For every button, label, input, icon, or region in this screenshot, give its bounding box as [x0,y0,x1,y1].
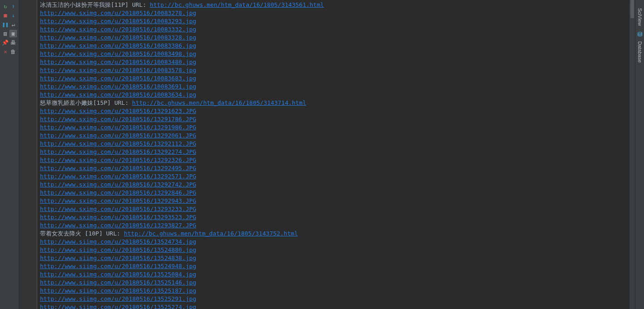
tab-sciview[interactable]: SciView [637,8,643,26]
database-icon [637,31,643,38]
console-line: http://www.sximg.com/u/20180516/10083328… [40,34,627,42]
right-tool-panel: SciView Database [635,0,644,309]
entry-url-link[interactable]: http://bc.ghuws.men/htm_data/16/1805/314… [132,99,306,106]
console-line: http://www.sximg.com/u/20180516/13293233… [40,205,627,213]
console-gutter [19,0,37,309]
image-url-link[interactable]: http://www.sximg.com/u/20180516/10083386… [40,42,196,49]
image-url-link[interactable]: http://www.sximg.com/u/20180516/10083293… [40,18,196,25]
console-line: http://www.sximg.com/u/20180516/13291623… [40,107,627,115]
console-line: http://www.sximg.com/u/20180516/13291986… [40,123,627,132]
stop-icon[interactable]: ■ [2,12,9,19]
image-url-link[interactable]: http://www.sximg.com/u/20180516/13292061… [40,132,196,139]
image-url-link[interactable]: http://www.sximg.com/u/20180516/13292274… [40,148,196,155]
console-line: 带着女友去降火 [10P] URL: http://bc.ghuws.men/h… [40,230,627,238]
console-line: http://www.siimg.com/u/20180516/13524948… [40,262,627,270]
console-line: http://www.sximg.com/u/20180516/13292274… [40,148,627,156]
entry-title: 带着女友去降火 [10P] URL: [40,230,124,237]
console-line: http://www.sximg.com/u/20180516/13292571… [40,172,627,181]
print-icon[interactable]: 🖶 [10,39,17,46]
image-url-link[interactable]: http://www.siimg.com/u/20180516/13524838… [40,255,196,261]
image-url-link[interactable]: http://www.sximg.com/u/20180516/13293523… [40,214,196,221]
pin-icon[interactable]: 📌 [2,39,9,46]
image-url-link[interactable]: http://www.sximg.com/u/20180516/10083634… [40,91,196,98]
tab-database[interactable]: Database [637,41,643,63]
scrollbar-thumb[interactable] [630,0,634,18]
up-arrow-icon[interactable]: ↑ [10,3,17,10]
image-url-link[interactable]: http://www.sximg.com/u/20180516/13292571… [40,173,196,180]
console-line: http://www.siimg.com/u/20180516/13524880… [40,246,627,254]
console-line: http://www.sximg.com/u/20180516/13293523… [40,213,627,221]
image-url-link[interactable]: http://www.sximg.com/u/20180516/13292326… [40,157,196,163]
image-url-link[interactable]: http://www.sximg.com/u/20180516/10083328… [40,34,196,41]
image-url-link[interactable]: http://www.sximg.com/u/20180516/13292742… [40,181,196,188]
console-line: http://www.sximg.com/u/20180516/13292943… [40,197,627,205]
console-line: http://www.sximg.com/u/20180516/13292742… [40,181,627,189]
down-arrow-icon[interactable]: ↓ [10,12,17,19]
console-line: http://www.siimg.com/u/20180516/13525274… [40,303,627,309]
rerun-icon[interactable]: ↻ [2,3,9,10]
console-line: http://www.sximg.com/u/20180516/10083480… [40,58,627,66]
console-line: http://www.sximg.com/u/20180516/13291786… [40,115,627,123]
close-icon[interactable]: ✕ [2,48,9,55]
image-url-link[interactable]: http://www.siimg.com/u/20180516/13525084… [40,271,196,278]
console-line: http://www.sximg.com/u/20180516/10083278… [40,9,627,17]
image-url-link[interactable]: http://www.sximg.com/u/20180516/13292846… [40,189,196,196]
image-url-link[interactable]: http://www.siimg.com/u/20180516/13525291… [40,295,196,302]
image-url-link[interactable]: http://www.siimg.com/u/20180516/13525274… [40,304,196,309]
console-line: http://www.sximg.com/u/20180516/10083683… [40,74,627,83]
entry-title: 怒草微乳娇羞小嫩妹[15P] URL: [40,99,132,106]
pause-icon[interactable]: ❚❚ [2,21,9,28]
console-line: http://www.sximg.com/u/20180516/10083332… [40,25,627,34]
run-toolbar: ↻ ↑ ■ ↓ ❚❚ ↵ ▤ ▣ 📌 🖶 ✕ 🗑 [0,0,19,309]
image-url-link[interactable]: http://www.sximg.com/u/20180516/10083683… [40,75,196,82]
image-url-link[interactable]: http://www.sximg.com/u/20180516/13292112… [40,140,196,147]
console-line: http://www.sximg.com/u/20180516/13292495… [40,164,627,172]
console-line: http://www.siimg.com/u/20180516/13525146… [40,279,627,287]
image-url-link[interactable]: http://www.sximg.com/u/20180516/13291786… [40,116,196,123]
image-url-link[interactable]: http://www.sximg.com/u/20180516/13291986… [40,124,196,131]
image-url-link[interactable]: http://www.siimg.com/u/20180516/13525146… [40,279,196,286]
console-line: http://www.sximg.com/u/20180516/13292846… [40,189,627,197]
console-line: http://www.siimg.com/u/20180516/13524838… [40,254,627,262]
soft-wrap-icon[interactable]: ↵ [10,21,17,28]
console-line: http://www.siimg.com/u/20180516/13525291… [40,295,627,303]
console-line: http://www.sximg.com/u/20180516/10083634… [40,91,627,99]
console-line: http://www.sximg.com/u/20180516/13292326… [40,156,627,164]
image-url-link[interactable]: http://www.sximg.com/u/20180516/13292943… [40,197,196,204]
console-line: http://www.siimg.com/u/20180516/13525084… [40,270,627,279]
scroll-to-end-icon[interactable]: ▣ [10,30,17,37]
image-url-link[interactable]: http://www.sximg.com/u/20180516/10083480… [40,59,196,65]
image-url-link[interactable]: http://www.siimg.com/u/20180516/13524948… [40,263,196,270]
console-line: 怒草微乳娇羞小嫩妹[15P] URL: http://bc.ghuws.men/… [40,99,627,107]
console-line: http://www.siimg.com/u/20180516/13525187… [40,287,627,295]
image-url-link[interactable]: http://www.sximg.com/u/20180516/13293827… [40,222,196,229]
image-url-link[interactable]: http://www.siimg.com/u/20180516/13524880… [40,246,196,253]
console-line: 冰清玉洁的小妹扮开等我操[11P] URL: http://bc.ghuws.m… [40,1,627,9]
image-url-link[interactable]: http://www.sximg.com/u/20180516/13293233… [40,206,196,212]
console-line: http://www.sximg.com/u/20180516/13293827… [40,221,627,230]
console-line: http://www.sximg.com/u/20180516/10083386… [40,42,627,50]
image-url-link[interactable]: http://www.sximg.com/u/20180516/13291623… [40,108,196,114]
console-line: http://www.sximg.com/u/20180516/10083691… [40,83,627,91]
vertical-scrollbar[interactable] [629,0,635,309]
image-url-link[interactable]: http://www.sximg.com/u/20180516/10083498… [40,50,196,57]
entry-title: 冰清玉洁的小妹扮开等我操[11P] URL: [40,1,150,8]
image-url-link[interactable]: http://www.sximg.com/u/20180516/13292495… [40,165,196,172]
console-line: http://www.sximg.com/u/20180516/10083293… [40,17,627,25]
entry-url-link[interactable]: http://bc.ghuws.men/htm_data/16/1805/314… [124,230,298,237]
trash-icon[interactable]: 🗑 [10,48,17,55]
image-url-link[interactable]: http://www.sximg.com/u/20180516/10083691… [40,83,196,90]
svg-point-0 [638,32,642,34]
image-url-link[interactable]: http://www.sximg.com/u/20180516/10083332… [40,26,196,33]
console-line: http://www.siimg.com/u/20180516/13524734… [40,238,627,246]
image-url-link[interactable]: http://www.sximg.com/u/20180516/10083278… [40,10,196,16]
console-output[interactable]: 冰清玉洁的小妹扮开等我操[11P] URL: http://bc.ghuws.m… [37,0,629,309]
image-url-link[interactable]: http://www.siimg.com/u/20180516/13524734… [40,238,196,245]
entry-url-link[interactable]: http://bc.ghuws.men/htm_data/16/1805/314… [150,1,324,8]
image-url-link[interactable]: http://www.sximg.com/u/20180516/10083578… [40,67,196,74]
layout-icon[interactable]: ▤ [2,30,9,37]
console-line: http://www.sximg.com/u/20180516/10083578… [40,66,627,74]
image-url-link[interactable]: http://www.siimg.com/u/20180516/13525187… [40,287,196,294]
console-line: http://www.sximg.com/u/20180516/13292061… [40,132,627,140]
console-line: http://www.sximg.com/u/20180516/13292112… [40,140,627,148]
